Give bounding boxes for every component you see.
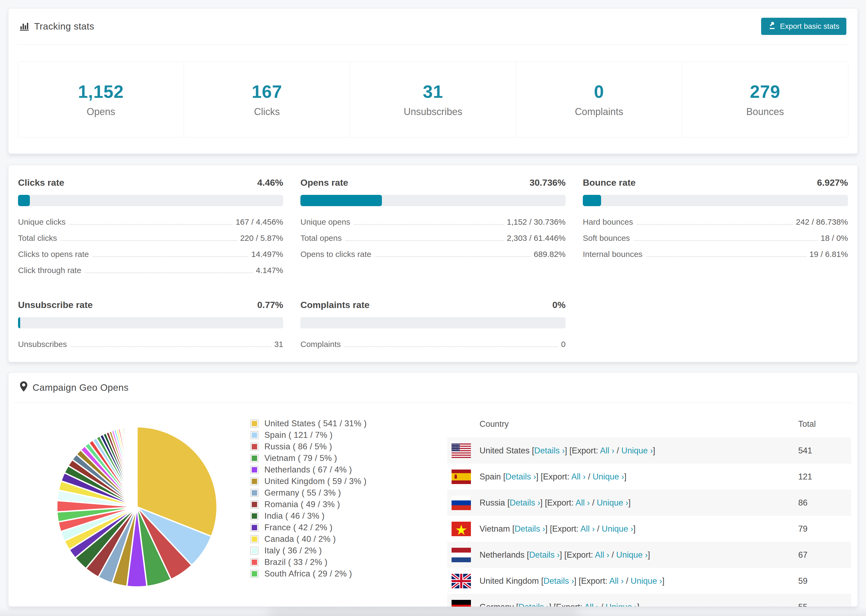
geo-table-row: Russia [Details ›] [Export: All › / Uniq… bbox=[447, 490, 851, 516]
export-icon bbox=[768, 22, 776, 31]
export-unique-link[interactable]: Unique › bbox=[616, 550, 648, 559]
legend-item: France ( 42 / 2% ) bbox=[250, 522, 367, 533]
export-unique-link[interactable]: Unique › bbox=[631, 576, 662, 586]
rate-detail-row: Opens to clicks rate 689.82% bbox=[301, 250, 565, 259]
geo-table-row: United Kingdom [Details ›] [Export: All … bbox=[447, 568, 851, 594]
geo-opens-pie-chart[interactable] bbox=[43, 413, 231, 601]
campaign-geo-opens-header: Campaign Geo Opens bbox=[8, 372, 858, 402]
export-all-link[interactable]: All › bbox=[595, 550, 609, 559]
legend-item: Canada ( 40 / 2% ) bbox=[250, 533, 367, 545]
rate-detail-row: Unique clicks 167 / 4.456% bbox=[18, 217, 283, 226]
rate-row-label: Click through rate bbox=[18, 266, 81, 275]
country-cell: Vietnam [Details ›] [Export: All › / Uni… bbox=[471, 524, 798, 534]
dotted-leader bbox=[375, 256, 531, 257]
export-all-link[interactable]: All › bbox=[600, 446, 614, 455]
legend-item: Netherlands ( 67 / 4% ) bbox=[250, 464, 367, 475]
total-cell: 55 bbox=[798, 602, 851, 607]
export-unique-link[interactable]: Unique › bbox=[592, 472, 624, 481]
export-all-link[interactable]: All › bbox=[576, 498, 590, 508]
rate-progress-fill bbox=[18, 195, 30, 206]
column-header-country: Country bbox=[447, 419, 798, 429]
dotted-leader bbox=[637, 224, 793, 225]
dotted-leader bbox=[345, 346, 558, 347]
rate-row-value: 18 / 0% bbox=[820, 234, 848, 243]
export-unique-link[interactable]: Unique › bbox=[601, 524, 633, 533]
legend-color-swatch bbox=[250, 466, 258, 474]
campaign-geo-opens-card: Campaign Geo Opens United States ( 541 /… bbox=[8, 372, 858, 607]
rate-row-value: 689.82% bbox=[534, 250, 565, 259]
tracking-stats-card: Tracking stats Export basic stats 1,152 … bbox=[8, 8, 858, 154]
rates-row-2: Unsubscribe rate 0.77% Unsubscribes 31 C… bbox=[8, 282, 858, 356]
pie-legend: United States ( 541 / 31% ) Spain ( 121 … bbox=[250, 418, 367, 580]
country-name: Vietnam bbox=[480, 524, 510, 533]
tracking-stats-page: { "colors": { "teal": "#0289a5", "link":… bbox=[0, 0, 866, 616]
legend-color-swatch bbox=[250, 570, 258, 578]
legend-color-swatch bbox=[250, 420, 258, 427]
legend-color-swatch bbox=[250, 454, 258, 462]
rate-title: Opens rate bbox=[301, 178, 348, 188]
legend-color-swatch bbox=[250, 443, 258, 451]
legend-color-swatch bbox=[250, 477, 258, 486]
rate-row-label: Total opens bbox=[301, 234, 342, 243]
legend-color-swatch bbox=[250, 558, 258, 566]
country-cell: Spain [Details ›] [Export: All › / Uniqu… bbox=[471, 472, 798, 482]
dotted-leader bbox=[345, 240, 504, 241]
export-unique-link[interactable]: Unique › bbox=[606, 602, 637, 607]
rate-row-value: 167 / 4.456% bbox=[236, 217, 283, 226]
legend-label: Romania ( 49 / 3% ) bbox=[265, 500, 340, 509]
stat-label: Bounces bbox=[746, 106, 784, 118]
details-link[interactable]: Details › bbox=[505, 472, 536, 481]
rate-progress-bar bbox=[18, 317, 283, 328]
rate-row-label: Hard bounces bbox=[583, 217, 633, 226]
details-link[interactable]: Details › bbox=[510, 498, 540, 508]
country-name: Russia bbox=[480, 498, 505, 508]
rate-row-label: Complaints bbox=[301, 340, 341, 349]
rate-title: Complaints rate bbox=[301, 300, 370, 310]
export-all-link[interactable]: All › bbox=[580, 524, 595, 533]
export-unique-link[interactable]: Unique › bbox=[621, 446, 653, 455]
rate-title: Unsubscribe rate bbox=[18, 300, 93, 310]
export-all-link[interactable]: All › bbox=[584, 602, 598, 607]
legend-item: India ( 46 / 3% ) bbox=[250, 510, 367, 522]
country-cell: United Kingdom [Details ›] [Export: All … bbox=[471, 576, 798, 586]
legend-color-swatch bbox=[250, 489, 258, 497]
rate-row-label: Unique clicks bbox=[18, 217, 66, 226]
country-name: Spain bbox=[480, 472, 501, 481]
stat-label: Opens bbox=[87, 106, 115, 118]
rate-row-label: Unsubscribes bbox=[18, 340, 67, 349]
rate-progress-bar bbox=[301, 195, 565, 206]
rate-detail-row: Unsubscribes 31 bbox=[18, 340, 283, 349]
rate-block-opens: Opens rate 30.736% Unique opens 1,152 / … bbox=[301, 178, 565, 282]
legend-label: France ( 42 / 2% ) bbox=[265, 523, 333, 533]
rate-row-label: Unique opens bbox=[301, 217, 350, 226]
column-header-total: Total bbox=[798, 419, 851, 429]
country-flag-icon bbox=[452, 522, 471, 536]
rate-detail-row: Soft bounces 18 / 0% bbox=[583, 234, 848, 243]
geo-table-body: United States [Details ›] [Export: All ›… bbox=[447, 438, 851, 607]
total-cell: 121 bbox=[798, 472, 851, 482]
country-flag-icon bbox=[452, 443, 471, 458]
header-divider bbox=[17, 44, 849, 45]
legend-label: South Africa ( 29 / 2% ) bbox=[265, 569, 352, 579]
export-all-link[interactable]: All › bbox=[609, 576, 624, 586]
export-all-link[interactable]: All › bbox=[571, 472, 586, 481]
legend-item: Brazil ( 33 / 2% ) bbox=[250, 556, 367, 568]
details-link[interactable]: Details › bbox=[534, 446, 565, 455]
details-link[interactable]: Details › bbox=[543, 576, 574, 586]
rate-block-unsubscribe: Unsubscribe rate 0.77% Unsubscribes 31 bbox=[18, 300, 283, 356]
dotted-leader bbox=[646, 256, 806, 257]
details-link[interactable]: Details › bbox=[518, 602, 549, 607]
details-link[interactable]: Details › bbox=[515, 524, 545, 533]
details-link[interactable]: Details › bbox=[529, 550, 560, 559]
stat-cell: 0 Complaints bbox=[516, 62, 682, 137]
rate-row-label: Opens to clicks rate bbox=[301, 250, 371, 259]
stat-label: Complaints bbox=[575, 106, 623, 118]
export-unique-link[interactable]: Unique › bbox=[597, 498, 628, 508]
rate-row-value: 31 bbox=[274, 340, 283, 349]
stat-cell: 167 Clicks bbox=[184, 62, 350, 137]
rate-row-value: 242 / 86.738% bbox=[796, 217, 848, 226]
country-flag-icon bbox=[452, 600, 471, 607]
country-flag-icon bbox=[452, 548, 471, 562]
export-basic-stats-button[interactable]: Export basic stats bbox=[761, 18, 846, 35]
legend-label: Germany ( 55 / 3% ) bbox=[265, 488, 341, 498]
